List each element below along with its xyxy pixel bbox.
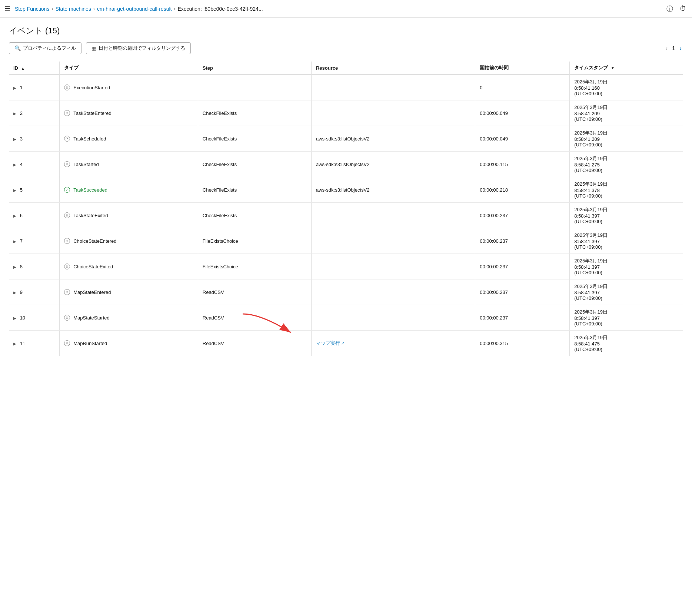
cell-timestamp: 2025年3月19日8:58:41.209(UTC+09:00)	[570, 100, 683, 126]
cell-resource: aws-sdk:s3:listObjectsV2	[311, 126, 475, 152]
cell-step: CheckFileExists	[198, 152, 311, 177]
cell-before-time: 00:00:00.237	[475, 254, 570, 279]
cell-type: ⊖ MapRunStarted	[59, 331, 198, 356]
cell-timestamp: 2025年3月19日8:58:41.397(UTC+09:00)	[570, 279, 683, 305]
expand-button[interactable]: ▶	[13, 86, 16, 90]
cell-timestamp: 2025年3月19日8:58:41.475(UTC+09:00)	[570, 331, 683, 356]
calendar-icon: ▦	[92, 45, 96, 51]
cell-type: ⊖ MapStateStarted	[59, 305, 198, 331]
col-header-timestamp[interactable]: タイムスタンプ ▼	[570, 62, 683, 74]
expand-button[interactable]: ▶	[13, 239, 16, 244]
type-label: TaskSucceeded	[73, 187, 107, 193]
breadcrumb-sep-2: ›	[93, 6, 95, 11]
type-icon: ⊖	[64, 212, 70, 218]
expand-button[interactable]: ▶	[13, 316, 16, 320]
clock-type-icon: ◔	[64, 136, 70, 142]
table-row: ▶ 7 ⊖ ChoiceStateEntered FileExistsChoic…	[9, 228, 683, 254]
cell-type: ⊖ TaskStarted	[59, 152, 198, 177]
type-label: ChoiceStateEntered	[73, 238, 116, 244]
table-row: ▶ 1 ⊖ ExecutionStarted 0 2025年3月19日8:58:…	[9, 74, 683, 100]
cell-before-time: 00:00:00.237	[475, 203, 570, 228]
property-filter-label: プロパティによるフィル	[23, 45, 76, 52]
col-header-id[interactable]: ID ▲	[9, 62, 59, 74]
cell-resource	[311, 305, 475, 331]
col-header-resource[interactable]: Resource	[311, 62, 475, 74]
cell-step: CheckFileExists	[198, 177, 311, 203]
cell-type: ✓ TaskSucceeded	[59, 177, 198, 203]
expand-button[interactable]: ▶	[13, 188, 16, 192]
cell-type: ⊖ ChoiceStateEntered	[59, 228, 198, 254]
cell-id: ▶ 9	[9, 279, 59, 305]
cell-timestamp: 2025年3月19日8:58:41.378(UTC+09:00)	[570, 177, 683, 203]
type-label: TaskScheduled	[73, 136, 106, 142]
search-icon: 🔍	[14, 45, 21, 51]
table-row: ▶ 4 ⊖ TaskStarted CheckFileExists aws-sd…	[9, 152, 683, 177]
property-filter-button[interactable]: 🔍 プロパティによるフィル	[9, 42, 81, 54]
row-id: 5	[20, 187, 23, 193]
table-header-row: ID ▲ タイプ Step Resource 開始前の時間 タイムスタンプ ▼	[9, 62, 683, 74]
cell-id: ▶ 4	[9, 152, 59, 177]
col-header-step[interactable]: Step	[198, 62, 311, 74]
table-row: ▶ 8 ⊖ ChoiceStateExited FileExistsChoice…	[9, 254, 683, 279]
date-filter-label: 日付と時刻の範囲でフィルタリングする	[99, 45, 185, 52]
menu-icon[interactable]: ☰	[4, 5, 10, 13]
cell-type: ⊖ TaskStateEntered	[59, 100, 198, 126]
cell-resource	[311, 254, 475, 279]
cell-step: ReadCSV	[198, 305, 311, 331]
cell-type: ⊖ ExecutionStarted	[59, 74, 198, 100]
map-run-link[interactable]: マップ実行 ↗	[316, 340, 345, 347]
row-id: 1	[20, 85, 23, 90]
col-header-before-time[interactable]: 開始前の時間	[475, 62, 570, 74]
main-content: イベント (15) 🔍 プロパティによるフィル ▦ 日付と時刻の範囲でフィルタリ…	[0, 18, 692, 364]
cell-resource: マップ実行 ↗	[311, 331, 475, 356]
cell-id: ▶ 8	[9, 254, 59, 279]
row-id: 6	[20, 213, 23, 218]
expand-button[interactable]: ▶	[13, 112, 16, 116]
cell-before-time: 00:00:00.315	[475, 331, 570, 356]
cell-id: ▶ 1	[9, 74, 59, 100]
breadcrumb-step-functions[interactable]: Step Functions	[15, 6, 49, 12]
expand-button[interactable]: ▶	[13, 214, 16, 218]
cell-before-time: 0	[475, 74, 570, 100]
info-icon[interactable]: ⓘ	[665, 4, 674, 13]
breadcrumb-state-machines[interactable]: State machines	[55, 6, 91, 12]
row-id: 2	[20, 110, 23, 116]
row-id: 9	[20, 289, 23, 295]
type-label: TaskStateEntered	[73, 110, 112, 116]
expand-button[interactable]: ▶	[13, 137, 16, 141]
cell-id: ▶ 3	[9, 126, 59, 152]
cell-before-time: 00:00:00.237	[475, 305, 570, 331]
clock-icon[interactable]: ⏱	[679, 4, 688, 13]
cell-timestamp: 2025年3月19日8:58:41.397(UTC+09:00)	[570, 254, 683, 279]
type-label: MapStateEntered	[73, 289, 111, 295]
cell-step: CheckFileExists	[198, 126, 311, 152]
col-header-type[interactable]: タイプ	[59, 62, 198, 74]
expand-button[interactable]: ▶	[13, 342, 16, 346]
cell-before-time: 00:00:00.049	[475, 126, 570, 152]
page-title: イベント (15)	[9, 25, 683, 36]
row-id: 3	[20, 136, 23, 142]
prev-page-button[interactable]: ‹	[664, 44, 669, 52]
expand-button[interactable]: ▶	[13, 163, 16, 167]
sort-asc-icon: ▲	[21, 66, 25, 70]
next-page-button[interactable]: ›	[678, 44, 683, 52]
type-label: ExecutionStarted	[73, 85, 110, 90]
cell-step: ReadCSV	[198, 279, 311, 305]
expand-button[interactable]: ▶	[13, 265, 16, 269]
breadcrumb-sep-1: ›	[51, 6, 53, 11]
type-icon: ⊖	[64, 264, 70, 269]
cell-id: ▶ 6	[9, 203, 59, 228]
type-label: TaskStateExited	[73, 213, 108, 218]
type-icon: ⊖	[64, 315, 70, 321]
type-icon: ⊖	[64, 110, 70, 116]
map-link-label: マップ実行	[316, 340, 340, 347]
cell-timestamp: 2025年3月19日8:58:41.160(UTC+09:00)	[570, 74, 683, 100]
date-filter-button[interactable]: ▦ 日付と時刻の範囲でフィルタリングする	[86, 42, 191, 54]
breadcrumb-state-machine-name[interactable]: cm-hirai-get-outbound-call-result	[97, 6, 172, 12]
expand-button[interactable]: ▶	[13, 291, 16, 295]
cell-step: ReadCSV	[198, 331, 311, 356]
cell-timestamp: 2025年3月19日8:58:41.397(UTC+09:00)	[570, 203, 683, 228]
cell-timestamp: 2025年3月19日8:58:41.209(UTC+09:00)	[570, 126, 683, 152]
success-icon: ✓	[64, 187, 70, 193]
cell-type: ⊖ MapStateEntered	[59, 279, 198, 305]
